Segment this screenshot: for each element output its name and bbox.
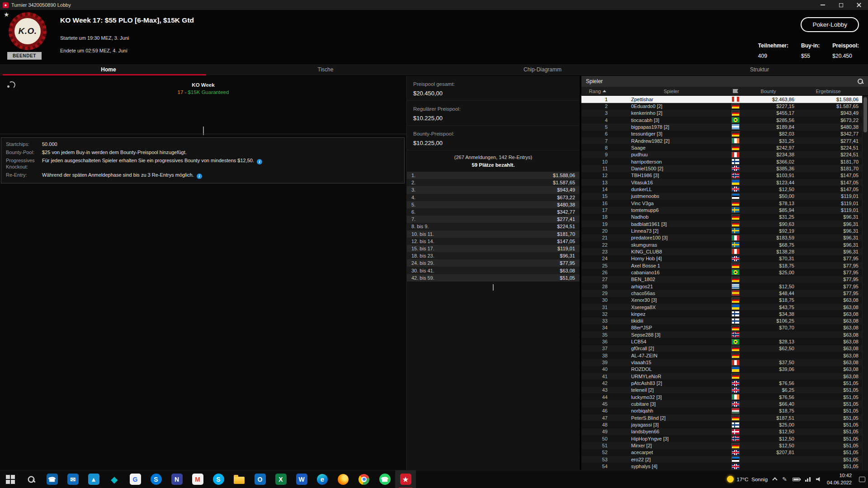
taskbar-skype-preview-button[interactable]: S — [146, 470, 166, 488]
player-row[interactable]: 18Nadhob$31,25$96,31 — [581, 214, 862, 221]
info-icon[interactable] — [197, 174, 202, 179]
network-icon[interactable] — [805, 477, 811, 482]
column-results[interactable]: Ergebnisse — [794, 89, 862, 94]
player-row[interactable]: 22skumgurras$68,75$96,31 — [581, 241, 862, 248]
player-row[interactable]: 41URMYLeNoR$63,08 — [581, 373, 862, 380]
player-row[interactable]: 16Vinc V3ga$78,13$119,01 — [581, 200, 862, 206]
player-row[interactable]: 53ero22 [2]$51,05 — [581, 456, 862, 463]
clock-widget[interactable]: 10:42 04.06.2022 — [827, 472, 852, 486]
player-row[interactable]: 24Horny Hob [4]$70,31$77,95 — [581, 255, 862, 262]
player-row[interactable]: 10harripotterson$366,02$181,70 — [581, 158, 862, 165]
player-row[interactable]: 32kinpez$34,38$63,08 — [581, 310, 862, 317]
column-bounty[interactable]: Bounty — [742, 89, 794, 94]
player-row[interactable]: 46norbiqahh$18,75$51,05 — [581, 408, 862, 414]
player-row[interactable]: 23KING_CLUB8$138,28$96,31 — [581, 248, 862, 255]
taskbar-photos-button[interactable]: ▲ — [83, 470, 104, 488]
player-row[interactable]: 4tiocacabh [3]$285,56$673,22 — [581, 117, 862, 123]
player-row[interactable]: 49landsbyen66$12,50$51,05 — [581, 428, 862, 435]
taskbar-phone-link-button[interactable]: ☎ — [42, 470, 62, 488]
tab-home[interactable]: Home — [0, 64, 217, 75]
taskbar-mail-button[interactable]: ✉ — [62, 470, 83, 488]
player-row[interactable]: 42pAtcAsh83 [2]$76,56$51,05 — [581, 380, 862, 386]
player-row[interactable]: 11Daniel1500 [2]$385,36$181,70 — [581, 165, 862, 172]
search-icon[interactable] — [857, 78, 863, 84]
player-row[interactable]: 51Mirxer [2]$12,50$51,05 — [581, 442, 862, 449]
taskbar-ga-browser-button[interactable]: G — [125, 470, 146, 488]
player-row[interactable]: 45cubitare [3]$66,40$51,05 — [581, 400, 862, 407]
tab-chip-diagramm[interactable]: Chip-Diagramm — [434, 64, 651, 75]
taskbar-file-explorer-button[interactable] — [229, 470, 250, 488]
player-row[interactable]: 8Saage$242,97$224,51 — [581, 144, 862, 151]
favorite-star-icon[interactable]: ★ — [4, 11, 9, 18]
taskbar-chrome-button[interactable] — [354, 470, 374, 488]
player-row[interactable]: 39vlaaah15$37,50$63,08 — [581, 359, 862, 366]
player-row[interactable]: 33tikidiii$106,25$63,08 — [581, 318, 862, 324]
player-row[interactable]: 9pudhuu$234,38$224,51 — [581, 151, 862, 158]
player-row[interactable]: 5bigpapas1978 [2]$189,84$480,38 — [581, 123, 862, 130]
taskbar-excel-button[interactable]: X — [270, 470, 291, 488]
player-row[interactable]: 43teleneil [2]$6,25$51,05 — [581, 387, 862, 394]
player-row[interactable]: 7RAndrew1982 [2]$31,25$277,41 — [581, 137, 862, 144]
taskbar-onenote-button[interactable]: N — [166, 470, 187, 488]
collapse-payouts-button[interactable] — [493, 285, 494, 291]
player-row[interactable]: 19badblatt1961 [3]$90,63$96,31 — [581, 221, 862, 227]
player-row[interactable]: 31Xserega8X$43,75$63,08 — [581, 304, 862, 310]
player-row[interactable]: 30Xenor30 [3]$18,75$63,08 — [581, 297, 862, 304]
player-row[interactable]: 3kenkerinho [2]$455,17$943,49 — [581, 110, 862, 117]
player-row[interactable]: 17tomtemupp6$85,94$119,01 — [581, 206, 862, 213]
player-row[interactable]: 20Eduardo0 [2]$227,15$1.587,65 — [581, 103, 862, 109]
taskbar-gmail-button[interactable]: M — [187, 470, 208, 488]
player-row[interactable]: 25Axel Bosse 1$18,75$77,95 — [581, 262, 862, 269]
player-row[interactable]: 14dunkerLL$12,50$147,05 — [581, 186, 862, 192]
player-row[interactable]: 15justmenoobs$50,00$119,01 — [581, 193, 862, 200]
column-flag[interactable] — [729, 89, 742, 93]
player-row[interactable]: 35Sepse288 [3]$63,08 — [581, 331, 862, 338]
info-icon[interactable] — [257, 159, 262, 164]
scrollbar-thumb[interactable] — [863, 97, 867, 132]
player-row[interactable]: 48jayagassi [3]$25,00$51,05 — [581, 421, 862, 428]
taskbar-firefox-button[interactable] — [333, 470, 354, 488]
player-row[interactable]: 20Linnea73 [2]$92,19$96,31 — [581, 227, 862, 234]
player-row[interactable]: 38AL-47-ZEIN$63,08 — [581, 352, 862, 359]
taskbar-outlook-button[interactable]: O — [250, 470, 270, 488]
player-row[interactable]: 52acecarpet$207,81$51,05 — [581, 449, 862, 456]
tab-tische[interactable]: Tische — [217, 64, 434, 75]
taskbar-start-button[interactable] — [0, 470, 21, 488]
close-button[interactable] — [850, 0, 868, 10]
player-row[interactable]: 40ROZDOL$39,06$63,08 — [581, 366, 862, 373]
taskbar-pokerstars-button[interactable]: ★ — [395, 470, 416, 488]
weather-widget[interactable]: 17°C Sonnig — [727, 476, 768, 483]
player-row[interactable]: 29chaco56as$48,44$77,95 — [581, 290, 862, 296]
battery-icon[interactable] — [793, 478, 800, 481]
taskbar-search-button[interactable] — [21, 470, 42, 488]
poker-lobby-button[interactable]: Poker-Lobby — [801, 17, 859, 32]
taskbar-edge-button[interactable]: e — [312, 470, 333, 488]
tray-expand-icon[interactable] — [772, 477, 777, 482]
taskbar-skype-button[interactable]: S — [208, 470, 229, 488]
collapse-banner-button[interactable] — [203, 127, 204, 136]
volume-icon[interactable] — [816, 477, 821, 482]
player-row[interactable]: 12TBH1986 [3]$103,91$147,05 — [581, 172, 862, 179]
column-player[interactable]: Spieler — [614, 89, 729, 94]
notification-center-icon[interactable] — [859, 477, 865, 482]
player-row[interactable]: 54syphalys [4]$51,05 — [581, 463, 862, 469]
pen-icon[interactable]: ✎ — [782, 476, 787, 483]
taskbar-word-button[interactable]: W — [291, 470, 312, 488]
player-row[interactable]: 37gf0rcall [2]$62,50$63,08 — [581, 345, 862, 352]
players-scrollbar[interactable] — [862, 96, 868, 470]
player-row[interactable]: 47PeterS.Blind [2]$187,51$51,05 — [581, 414, 862, 421]
player-row[interactable]: 36LCB54$28,13$63,08 — [581, 338, 862, 345]
minimize-button[interactable] — [814, 0, 832, 10]
player-row[interactable]: 1Zpettishar$2.463,86$1.588,06 — [581, 96, 862, 103]
player-row[interactable]: 27BEN_1802$77,95 — [581, 276, 862, 283]
player-row[interactable]: 28arhigos21$12,50$77,95 — [581, 283, 862, 290]
player-row[interactable]: 13Vitasuk16$123,44$147,05 — [581, 179, 862, 186]
player-row[interactable]: 3488er*JSP$70,70$63,08 — [581, 324, 862, 331]
player-row[interactable]: 50HipHopYngve [3]$12,50$51,05 — [581, 435, 862, 442]
column-rank[interactable]: Rang — [581, 89, 614, 94]
player-row[interactable]: 21predatore100 [3]$183,59$96,31 — [581, 235, 862, 241]
tab-struktur[interactable]: Struktur — [651, 64, 868, 75]
maximize-button[interactable] — [832, 0, 850, 10]
player-row[interactable]: 44luckymo32 [3]$76,56$51,05 — [581, 394, 862, 400]
player-row[interactable]: 26cabaniano16$25,00$77,95 — [581, 269, 862, 276]
